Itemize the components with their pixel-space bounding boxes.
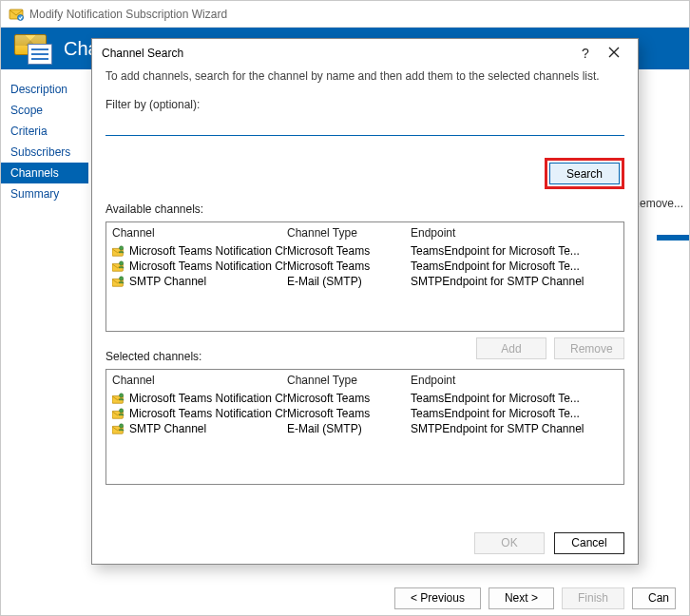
channel-icon: [112, 407, 125, 420]
grid-header: Channel Channel Type Endpoint: [106, 222, 623, 243]
col-endpoint: Endpoint: [411, 226, 618, 240]
col-endpoint: Endpoint: [411, 374, 618, 387]
dialog-footer: OK Cancel: [92, 522, 638, 564]
wizard-icon: [9, 7, 24, 22]
channel-search-dialog: Channel Search ? To add channels, search…: [91, 38, 639, 565]
table-row[interactable]: SMTP ChannelE-Mail (SMTP)SMTPEndpoint fo…: [106, 421, 623, 436]
cancel-button[interactable]: Cancel: [554, 532, 624, 554]
channel-name: Microsoft Teams Notification Chann...: [129, 260, 287, 273]
close-button[interactable]: [600, 46, 628, 61]
grid-header: Channel Channel Type Endpoint: [106, 370, 623, 391]
sidebar-item-criteria[interactable]: Criteria: [1, 121, 88, 142]
channel-endpoint: TeamsEndpoint for Microsoft Te...: [411, 407, 618, 420]
previous-button[interactable]: < Previous: [394, 587, 481, 609]
channel-endpoint: TeamsEndpoint for Microsoft Te...: [411, 392, 618, 405]
table-row[interactable]: SMTP ChannelE-Mail (SMTP)SMTPEndpoint fo…: [106, 274, 623, 289]
channel-type: Microsoft Teams: [287, 260, 411, 273]
ok-button: OK: [474, 532, 545, 554]
col-channel: Channel: [112, 226, 287, 240]
sidebar-item-channels[interactable]: Channels: [1, 163, 88, 183]
channel-icon: [112, 392, 125, 405]
dialog-titlebar: Channel Search ?: [92, 39, 638, 67]
table-row[interactable]: Microsoft Teams Notification ChannelMicr…: [106, 243, 623, 259]
wizard-footer: < Previous Next > Finish Can: [1, 581, 689, 615]
col-channel: Channel: [112, 374, 287, 387]
channel-name: Microsoft Teams Notification Channel: [129, 392, 287, 405]
channel-type: E-Mail (SMTP): [287, 275, 411, 288]
channel-endpoint: TeamsEndpoint for Microsoft Te...: [411, 244, 618, 258]
channel-name: SMTP Channel: [129, 422, 206, 435]
cancel-button-fragment[interactable]: Can: [632, 587, 676, 609]
window-title: Modify Notification Subscription Wizard: [29, 8, 227, 21]
selected-channels-grid[interactable]: Channel Channel Type Endpoint Microsoft …: [105, 369, 624, 485]
channel-name: Microsoft Teams Notification Chann...: [129, 407, 287, 420]
filter-label: Filter by (optional):: [105, 98, 624, 111]
next-button[interactable]: Next >: [489, 587, 554, 609]
sidebar-item-subscribers[interactable]: Subscribers: [1, 142, 88, 163]
channel-type: Microsoft Teams: [287, 407, 411, 420]
selection-highlight-fragment: [657, 235, 689, 241]
sidebar-item-scope[interactable]: Scope: [1, 100, 88, 121]
channel-icon: [112, 260, 125, 273]
channel-endpoint: SMTPEndpoint for SMTP Channel: [411, 275, 618, 288]
search-button[interactable]: Search: [549, 163, 620, 184]
filter-input[interactable]: [105, 117, 624, 136]
help-button[interactable]: ?: [571, 46, 600, 61]
table-row[interactable]: Microsoft Teams Notification Chann...Mic…: [106, 259, 623, 274]
channel-icon: [112, 244, 125, 258]
channel-icon: [112, 422, 125, 435]
selected-channels-label: Selected channels:: [105, 350, 624, 363]
finish-button: Finish: [562, 587, 624, 609]
channel-endpoint: TeamsEndpoint for Microsoft Te...: [411, 260, 618, 273]
dialog-hint: To add channels, search for the channel …: [105, 69, 624, 83]
available-channels-label: Available channels:: [105, 202, 624, 216]
dialog-title: Channel Search: [102, 47, 571, 60]
available-channels-grid[interactable]: Channel Channel Type Endpoint Microsoft …: [105, 221, 624, 332]
table-row[interactable]: Microsoft Teams Notification ChannelMicr…: [106, 391, 623, 406]
channels-header-icon: [14, 34, 54, 63]
channel-type: Microsoft Teams: [287, 392, 411, 405]
channel-type: Microsoft Teams: [287, 244, 411, 258]
table-row[interactable]: Microsoft Teams Notification Chann...Mic…: [106, 406, 623, 421]
close-icon: [608, 47, 620, 58]
wizard-sidebar: DescriptionScopeCriteriaSubscribersChann…: [1, 69, 88, 581]
channel-icon: [112, 275, 125, 288]
channel-endpoint: SMTPEndpoint for SMTP Channel: [411, 422, 618, 435]
channel-name: Microsoft Teams Notification Channel: [129, 244, 287, 258]
sidebar-item-description[interactable]: Description: [1, 79, 88, 100]
col-channel-type: Channel Type: [287, 374, 411, 387]
search-button-highlight: Search: [545, 158, 624, 189]
window-titlebar: Modify Notification Subscription Wizard: [1, 1, 689, 28]
channel-name: SMTP Channel: [129, 275, 206, 288]
sidebar-item-summary[interactable]: Summary: [1, 183, 88, 204]
col-channel-type: Channel Type: [287, 226, 411, 240]
remove-channels-button-fragment[interactable]: Remove...: [631, 197, 683, 210]
channel-type: E-Mail (SMTP): [287, 422, 411, 435]
